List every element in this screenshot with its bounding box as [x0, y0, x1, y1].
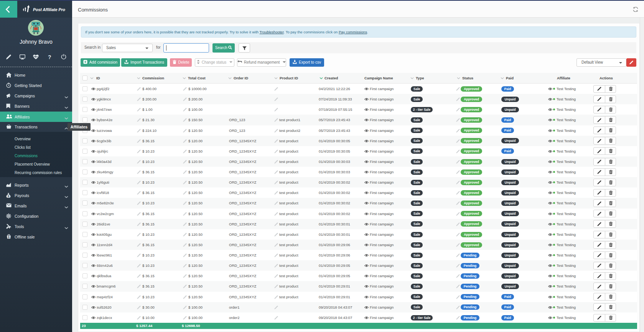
svg-text:$: $ — [8, 195, 9, 198]
svg-text:$: $ — [8, 236, 10, 239]
